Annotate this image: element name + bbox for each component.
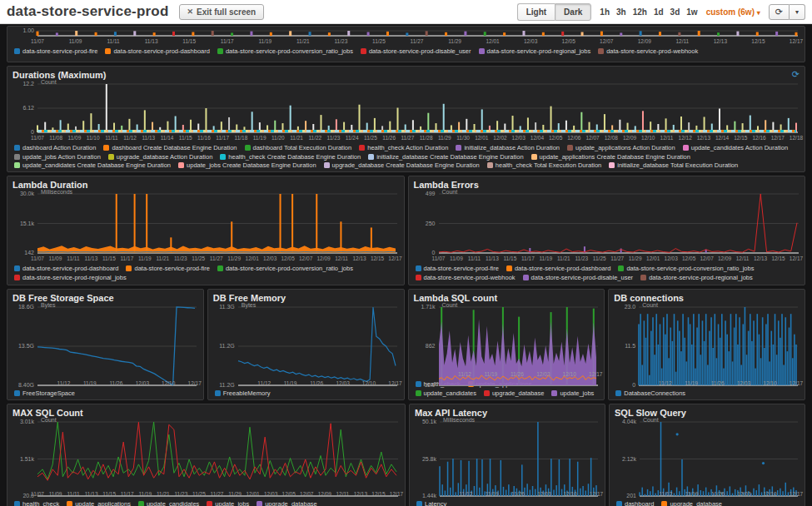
legend-item[interactable]: data-store-service-prod-fire xyxy=(416,265,499,273)
legend-item[interactable]: data-store-service-prod-dashboard xyxy=(506,265,610,273)
legend-label: data-store-service-prod-disable_user xyxy=(531,274,634,282)
max-api-latency-chart[interactable]: 50.1k25.8k1.44kMilliseconds xyxy=(415,419,600,490)
lambda-sql-count-chart[interactable]: 1.71k86211.0Count xyxy=(414,304,600,370)
legend-item[interactable]: dashboard Total Execution Duration xyxy=(245,144,352,152)
legend-item[interactable]: update_candidates xyxy=(416,389,476,398)
refresh-dropdown-button[interactable]: ▾ xyxy=(790,4,805,20)
x-tick-label: 11/28 xyxy=(420,135,433,141)
legend-item[interactable]: dashboard Create Database Engine Duratio… xyxy=(103,144,237,152)
time-range-3d[interactable]: 3d xyxy=(670,7,680,17)
legend-item[interactable]: update_applications xyxy=(67,500,131,506)
x-tick-label: 12/02 xyxy=(493,135,506,141)
legend-item[interactable]: data-store-service-prod-regional_jobs xyxy=(479,47,591,56)
time-range-3h[interactable]: 3h xyxy=(616,7,626,17)
legend-item[interactable]: data-store-service-prod-conversion_ratio… xyxy=(217,265,353,273)
legend-item[interactable]: dashboard Action Duration xyxy=(14,144,96,152)
legend-item[interactable]: upgrade_database xyxy=(484,389,545,398)
legend-item[interactable]: FreeStorageSpace xyxy=(14,389,75,398)
legend-label: update_jobs Action Duration xyxy=(22,153,101,161)
legend-item[interactable]: data-store-service-prod-fire xyxy=(14,47,97,56)
exit-full-screen-label: Exit full screen xyxy=(197,7,256,17)
legend-label: initialize_database Total Execution Dura… xyxy=(617,161,738,170)
legend-item[interactable]: DatabaseConnections xyxy=(615,389,685,398)
legend-item[interactable]: data-store-service-prod-webhook xyxy=(598,47,698,56)
panel-refresh-icon[interactable]: ⟳ xyxy=(792,70,800,79)
exit-full-screen-button[interactable]: ✕ Exit full screen xyxy=(179,4,265,20)
db-free-memory-chart[interactable]: 11.3G11.2G11.2GBytes xyxy=(213,304,399,380)
legend-item[interactable]: health_check Total Execution Duration xyxy=(487,161,601,170)
lambda-duration-chart[interactable]: 30.0k15.1k142Milliseconds xyxy=(12,191,399,255)
legend-color-swatch xyxy=(359,145,365,151)
legend-item[interactable]: data-store-service-prod-disable_user xyxy=(523,274,634,282)
legend-item[interactable]: upgrade_database Create Database Engine … xyxy=(324,161,480,170)
refresh-button[interactable]: ⟳ xyxy=(769,4,790,20)
legend-item[interactable]: update_jobs Create Database Engine Durat… xyxy=(178,161,316,170)
x-tick-label: 11/08 xyxy=(49,135,62,141)
theme-dark-button[interactable]: Dark xyxy=(555,3,591,21)
legend-label: update_candidates xyxy=(424,389,476,398)
sql-slow-query-chart[interactable]: 4.04k2.12k201Count xyxy=(615,419,800,490)
db-connections-chart[interactable]: 23.011.50Count xyxy=(614,304,800,380)
custom-time-range[interactable]: custom (6w) ▾ xyxy=(706,7,760,17)
x-tick-label: 12/09 xyxy=(316,255,330,261)
functions-overview-chart[interactable]: 1.00 xyxy=(12,27,800,37)
durations-chart[interactable]: 12.26.120Count xyxy=(12,81,800,134)
x-tick-label: 11/12 xyxy=(659,380,672,386)
legend-item[interactable]: data-store-service-prod-conversion_ratio… xyxy=(618,265,754,273)
legend-item[interactable]: upgrade_database xyxy=(661,500,722,506)
theme-light-button[interactable]: Light xyxy=(517,3,555,21)
legend-item[interactable]: data-store-service-prod-dashboard xyxy=(14,265,118,273)
x-tick-label: 12/03 xyxy=(536,371,550,377)
legend-item[interactable]: health_check Create Database Engine Dura… xyxy=(220,153,361,161)
x-tick-label: 12/11 xyxy=(335,255,348,261)
x-axis: 11/1211/1911/2612/0312/1012/17 xyxy=(414,370,600,379)
legend-item[interactable]: initialize_database Action Duration xyxy=(456,144,560,152)
legend-item[interactable]: data-store-service-prod-webhook xyxy=(416,274,516,282)
legend-label: health_check Total Execution Duration xyxy=(496,161,601,170)
legend-item[interactable]: FreeableMemory xyxy=(215,389,271,398)
legend-item[interactable]: dashboard xyxy=(616,500,654,506)
x-tick-label: 11/09 xyxy=(450,255,463,261)
legend-item[interactable]: update_candidates Create Database Engine… xyxy=(14,161,171,170)
legend-item[interactable]: initialize_database Create Database Engi… xyxy=(368,153,523,161)
time-range-1w[interactable]: 1w xyxy=(686,7,697,17)
time-range-1h[interactable]: 1h xyxy=(600,7,610,17)
legend-item[interactable]: initialize_database Total Execution Dura… xyxy=(609,161,738,170)
x-tick-label: 11/10 xyxy=(87,135,100,141)
legend-item[interactable]: data-store-service-prod-regional_jobs xyxy=(640,274,753,282)
x-axis: 11/1211/1911/2612/0312/1012/17 xyxy=(415,490,600,499)
legend-item[interactable]: update_jobs Action Duration xyxy=(14,153,101,161)
legend-item[interactable]: health_check Action Duration xyxy=(359,144,448,152)
time-range-12h[interactable]: 12h xyxy=(633,7,647,17)
legend-item[interactable]: update_candidates Action Duration xyxy=(683,144,788,152)
legend-item[interactable]: upgrade_database xyxy=(257,500,317,506)
legend-item[interactable]: data-store-service-prod-disable_user xyxy=(361,47,471,56)
legend-item[interactable]: data-store-service-prod-conversion_ratio… xyxy=(217,47,353,56)
legend-item[interactable]: update_applications Create Database Engi… xyxy=(531,153,690,161)
lambda-errors-chart[interactable]: 4992500Count xyxy=(414,191,800,255)
legend-color-swatch xyxy=(683,145,689,151)
legend-item[interactable]: data-store-service-prod-dashboard xyxy=(105,47,209,56)
legend-item[interactable]: update_candidates xyxy=(138,500,199,506)
legend-item[interactable]: data-store-service-prod-fire xyxy=(126,265,209,273)
time-range-1d[interactable]: 1d xyxy=(654,7,664,17)
legend-item[interactable]: update_jobs xyxy=(551,389,594,398)
x-tick-label: 12/07 xyxy=(600,38,613,44)
legend-item[interactable]: health_check xyxy=(14,500,59,506)
legend-color-swatch xyxy=(551,390,557,396)
legend-item[interactable]: data-store-service-prod-regional_jobs xyxy=(14,274,127,282)
x-tick-label: 11/07 xyxy=(31,255,44,261)
legend-item[interactable]: update_applications Action Duration xyxy=(567,144,675,152)
legend-item[interactable]: upgrade_database Action Duration xyxy=(108,153,213,161)
legend-color-swatch xyxy=(217,48,223,54)
db-free-storage-chart[interactable]: 18.6G13.5G8.40GBytes xyxy=(12,304,198,380)
x-tick-label: 12/16 xyxy=(752,135,765,141)
max-sql-count-chart[interactable]: 3.01k1.51k20.0Count xyxy=(12,419,400,490)
legend-label: upgrade_database xyxy=(492,389,545,398)
x-tick-label: 11/25 xyxy=(364,135,377,141)
legend-label: update_jobs Create Database Engine Durat… xyxy=(187,161,316,170)
legend-item[interactable]: Latency xyxy=(416,500,446,506)
chevron-down-icon: ▾ xyxy=(757,9,760,17)
legend-item[interactable]: update_jobs xyxy=(207,500,249,506)
panel-title: SQL Slow Query xyxy=(615,408,686,418)
